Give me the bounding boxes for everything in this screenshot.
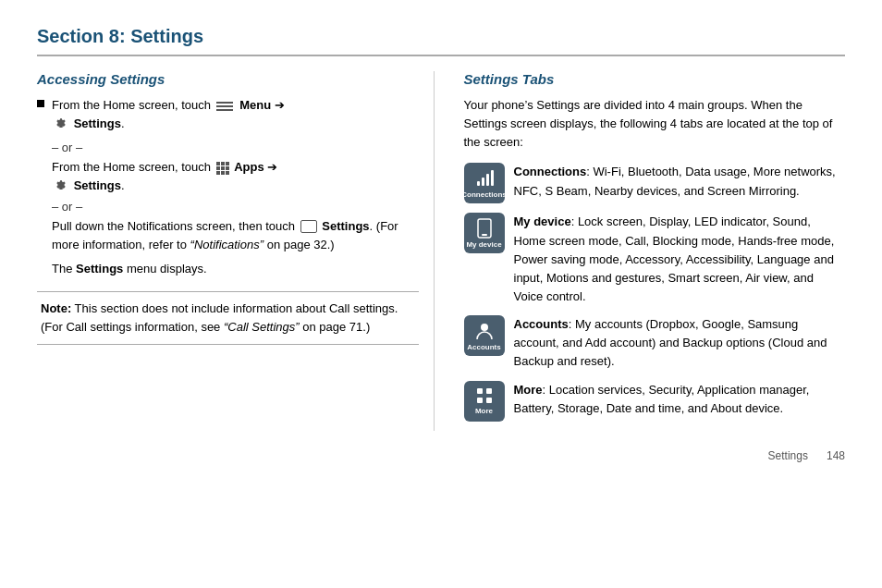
notifications-link: “Notifications” xyxy=(190,238,263,251)
tabs-container: ConnectionsConnections: Wi-Fi, Bluetooth… xyxy=(464,163,846,421)
from-home-2: From the Home screen, touch Apps ➔ Setti… xyxy=(52,158,419,195)
gear-icon-1 xyxy=(54,117,68,132)
or-line-1: – or – xyxy=(52,141,419,154)
bullet-item-1: From the Home screen, touch Menu ➔ Setti… xyxy=(37,96,419,137)
tab-icon-accounts: Accounts xyxy=(464,315,505,356)
bullet-text-1: From the Home screen, touch Menu ➔ Setti… xyxy=(52,96,285,133)
footer-page: 148 xyxy=(827,449,845,462)
apps-label: Apps xyxy=(234,160,264,174)
tab-text-more: More: Location services, Security, Appli… xyxy=(514,381,846,418)
tab-icon-connections: Connections xyxy=(464,163,505,203)
right-heading: Settings Tabs xyxy=(464,71,846,87)
svg-rect-3 xyxy=(491,170,494,186)
tab-icon-more: More xyxy=(464,381,505,422)
tab-item-connections: ConnectionsConnections: Wi-Fi, Bluetooth… xyxy=(464,163,846,203)
page-footer: Settings 148 xyxy=(37,449,845,462)
tab-item-more: MoreMore: Location services, Security, A… xyxy=(464,381,846,422)
notif-icon xyxy=(300,220,317,233)
apps-grid-icon xyxy=(216,162,229,175)
svg-rect-7 xyxy=(477,388,483,394)
svg-rect-8 xyxy=(486,388,492,394)
settings-label-1: Settings xyxy=(74,116,121,130)
note-page: on page 71.) xyxy=(302,320,370,334)
menu-displays-text: The Settings menu displays. xyxy=(52,260,419,278)
svg-point-6 xyxy=(481,324,488,331)
tab-text-accounts: Accounts: My accounts (Dropbox, Google, … xyxy=(514,315,846,371)
settings-label-3: Settings xyxy=(322,219,369,233)
menu-icon xyxy=(216,100,235,113)
settings-bold: Settings xyxy=(76,262,123,276)
settings-label-2: Settings xyxy=(74,178,121,192)
menu-label: Menu xyxy=(239,98,271,112)
left-column: Accessing Settings From the Home screen,… xyxy=(37,71,435,431)
pull-down-text: Pull down the Notifications screen, then… xyxy=(52,217,419,254)
tab-text-my-device: My device: Lock screen, Display, LED ind… xyxy=(514,213,846,306)
tab-item-accounts: AccountsAccounts: My accounts (Dropbox, … xyxy=(464,315,846,371)
svg-rect-0 xyxy=(477,181,480,186)
page-title: Section 8: Settings xyxy=(37,26,845,56)
svg-rect-10 xyxy=(486,398,492,403)
svg-rect-2 xyxy=(486,174,489,186)
from-home-2-text: From the Home screen, touch xyxy=(52,160,211,174)
arrow1: ➔ xyxy=(275,98,285,112)
note-prefix: Note: xyxy=(41,301,71,315)
bullet-icon xyxy=(37,100,44,107)
right-column: Settings Tabs Your phone’s Settings are … xyxy=(464,71,846,431)
from-home-text: From the Home screen, touch xyxy=(52,98,211,112)
svg-rect-5 xyxy=(482,234,487,236)
note-box: Note: This section does not include info… xyxy=(37,291,419,345)
call-settings-link: “Call Settings” xyxy=(224,320,300,334)
tab-icon-my-device: My device xyxy=(464,213,505,253)
left-heading: Accessing Settings xyxy=(37,71,419,87)
or-line-2: – or – xyxy=(52,200,419,214)
gear-icon-2 xyxy=(54,179,68,194)
svg-rect-1 xyxy=(482,178,484,186)
tabs-intro: Your phone’s Settings are divided into 4… xyxy=(464,96,846,152)
tab-item-my-device: My deviceMy device: Lock screen, Display… xyxy=(464,213,846,306)
tab-text-connections: Connections: Wi-Fi, Bluetooth, Data usag… xyxy=(514,163,846,200)
footer-text: Settings xyxy=(768,449,808,462)
svg-rect-9 xyxy=(477,398,483,403)
